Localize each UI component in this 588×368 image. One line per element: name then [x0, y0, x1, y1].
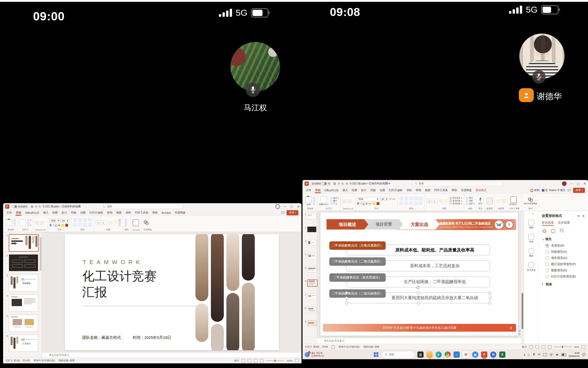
- tab-view[interactable]: 视图: [116, 210, 122, 216]
- slide-thumbnail[interactable]: 6 02 工艺简介: [5, 335, 38, 352]
- fill-option-picture[interactable]: 图片或纹理填充(P): [545, 262, 585, 266]
- wps-icon[interactable]: W: [463, 351, 469, 358]
- ime-indicator[interactable]: 中: [538, 353, 541, 356]
- save-icon[interactable]: 🖫: [30, 205, 33, 208]
- underline-button[interactable]: U: [363, 202, 364, 205]
- slide-thumbnail[interactable]: 5: [304, 267, 316, 273]
- sidebar-more-icon[interactable]: ··· ▾: [529, 212, 533, 215]
- right-notes-pane[interactable]: 单击此处添加备注: [317, 338, 521, 344]
- columns-button[interactable]: [88, 223, 92, 227]
- tab-baidu-pan[interactable]: 百度网盘: [461, 187, 472, 193]
- onenote-icon[interactable]: N: [490, 351, 496, 358]
- ribbon-button-icon[interactable]: [497, 199, 500, 203]
- sidebar-item-assets[interactable]: 素材: [528, 248, 534, 258]
- quick-styles-button[interactable]: [444, 199, 448, 203]
- align-left-button[interactable]: [73, 223, 77, 227]
- slide-thumbnail[interactable]: 3: [304, 240, 316, 246]
- ribbon-button-icon[interactable]: [35, 221, 39, 225]
- user-avatar[interactable]: [562, 181, 567, 186]
- tab-review[interactable]: 审阅: [415, 187, 421, 193]
- tab-baidu-pan[interactable]: 百度网盘: [174, 210, 186, 216]
- notes-toggle[interactable]: 备注: [234, 359, 239, 362]
- share-button[interactable]: 共享▾: [287, 210, 298, 215]
- save-to-baidu-pan-button[interactable]: 保存到百度网盘: [524, 197, 537, 205]
- highlight-color-button[interactable]: [372, 202, 375, 205]
- tab-insert[interactable]: 插入: [342, 187, 348, 193]
- slideshow-icon[interactable]: [548, 345, 552, 349]
- slide-thumbnail[interactable]: 1: [304, 213, 316, 219]
- slide-thumbnail[interactable]: 3 01 项目概述: [5, 274, 38, 291]
- maximize-button[interactable]: ▢: [290, 205, 293, 208]
- bold-button[interactable]: B: [357, 202, 359, 205]
- excel-icon[interactable]: X: [499, 351, 505, 358]
- minimize-button[interactable]: ─: [571, 182, 573, 185]
- baidu-pan-button[interactable]: [144, 220, 149, 225]
- indent-button[interactable]: [409, 197, 413, 200]
- slide-thumbnail[interactable]: 4: [5, 295, 38, 312]
- tab-animations[interactable]: 动画: [379, 187, 385, 193]
- slide-thumbnail[interactable]: 9: [304, 320, 316, 326]
- notes-toggle[interactable]: 备注: [522, 345, 527, 349]
- resize-handle[interactable]: [489, 302, 491, 305]
- tab-shape-options[interactable]: 形状选项: [542, 221, 554, 226]
- fit-window-icon[interactable]: [295, 359, 299, 362]
- tab-record[interactable]: 录制: [406, 187, 412, 193]
- autosave-toggle[interactable]: 自动保存关: [310, 182, 332, 186]
- tab-officeplus[interactable]: OfficePLUS: [324, 188, 339, 193]
- strikethrough-button[interactable]: S: [58, 224, 60, 227]
- tab-transitions[interactable]: 切换: [370, 187, 376, 193]
- underline-button[interactable]: U: [55, 224, 57, 227]
- tab-home[interactable]: 开始: [15, 210, 21, 216]
- slide-scrollbar[interactable]: [521, 211, 524, 344]
- slide-thumbnail[interactable]: 8: [304, 307, 316, 313]
- tab-transitions[interactable]: 切换: [71, 210, 77, 216]
- redo-icon[interactable]: ↻: [341, 182, 344, 185]
- font-color-button[interactable]: [65, 224, 68, 227]
- sensitivity-button[interactable]: [487, 198, 493, 204]
- align-left-button[interactable]: [399, 201, 403, 205]
- tab-file[interactable]: 文件: [306, 187, 312, 193]
- method-label-box[interactable]: 二甲基硫醚氧化法（造纸黑液法）: [329, 273, 386, 282]
- indent-button[interactable]: [83, 218, 87, 222]
- fill-section-header[interactable]: ⌄ 填充: [542, 237, 585, 241]
- bold-button[interactable]: B: [50, 224, 51, 227]
- tray-expand-icon[interactable]: ∧: [523, 353, 526, 356]
- tab-acrobat[interactable]: Acrobat: [161, 210, 171, 215]
- search-input[interactable]: 搜索: [100, 204, 183, 209]
- quick-styles-button[interactable]: [113, 221, 117, 225]
- tab-draw[interactable]: 绘图: [352, 187, 357, 193]
- tab-animations[interactable]: 动画: [80, 210, 86, 216]
- font-name-select[interactable]: 等线▾: [50, 219, 60, 223]
- display-settings-icon[interactable]: [332, 345, 335, 349]
- accessibility-label[interactable]: 辅助功能: 调查: [363, 345, 379, 349]
- zoom-level[interactable]: 92%: [574, 346, 579, 348]
- edge-icon[interactable]: e: [435, 351, 442, 358]
- slide-nav-arrows[interactable]: ▲▼: [519, 330, 521, 335]
- task-view-icon[interactable]: ▤: [417, 351, 424, 358]
- slide-thumbnail[interactable]: 5: [5, 315, 38, 332]
- powerpoint-icon[interactable]: P: [481, 351, 487, 358]
- maximize-button[interactable]: ▢: [577, 182, 579, 185]
- align-right-button[interactable]: [83, 223, 87, 227]
- comment-icon[interactable]: [281, 211, 284, 214]
- resize-handle[interactable]: [489, 297, 491, 299]
- shapes-gallery[interactable]: ◻○△: [427, 199, 438, 203]
- tab-file[interactable]: 文件: [6, 210, 12, 216]
- resize-handle[interactable]: [417, 302, 420, 305]
- tray-clock[interactable]: 9:08 2025/5/10: [569, 351, 579, 358]
- tab-text-options[interactable]: 文本选项: [558, 221, 570, 226]
- reading-view-icon[interactable]: [542, 345, 545, 349]
- dictate-button[interactable]: 听写: [479, 197, 482, 205]
- left-notes-pane[interactable]: 单击此处添加备注: [42, 352, 301, 358]
- file-explorer-icon[interactable]: [426, 351, 433, 358]
- slide-thumbnail[interactable]: 2 CONTENTS: [5, 254, 38, 271]
- tray-house-icon[interactable]: ⌂: [528, 353, 530, 356]
- bullets-button[interactable]: [399, 197, 403, 200]
- touch-keyboard-icon[interactable]: [543, 353, 547, 356]
- sidebar-item-edit[interactable]: 编辑: [528, 220, 534, 229]
- record-button[interactable]: 录制: [530, 189, 539, 192]
- language-label[interactable]: 简体中文(中国大陆): [34, 359, 55, 362]
- slide-thumbnail[interactable]: 1: [5, 234, 39, 252]
- taskbar-widget[interactable]: 2 第1·飞行大 比赛申购·HT: [303, 352, 324, 357]
- slide-thumbnail[interactable]: 7: [304, 293, 316, 299]
